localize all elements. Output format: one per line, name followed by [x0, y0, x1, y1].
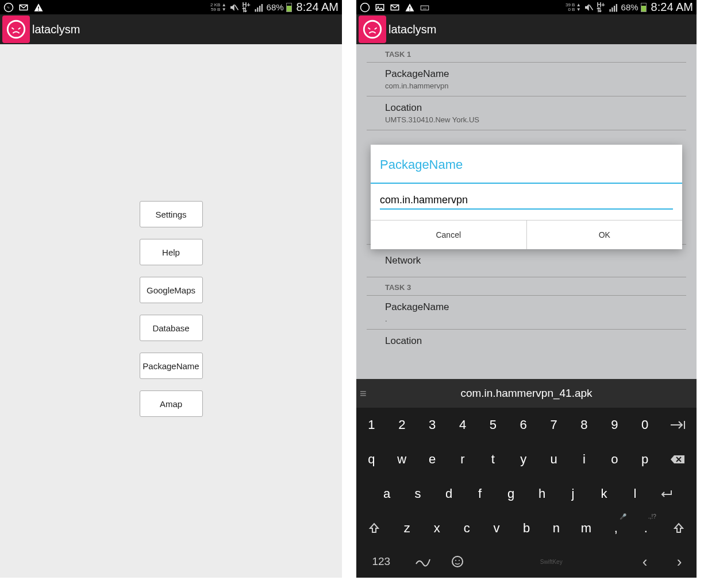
key-w[interactable]: w — [387, 442, 417, 477]
mail-icon — [18, 2, 29, 13]
key-t[interactable]: t — [478, 442, 508, 477]
key-p[interactable]: p — [630, 442, 660, 477]
key-space[interactable]: SwiftKey — [475, 546, 628, 578]
key-i[interactable]: i — [569, 442, 599, 477]
hamburger-icon[interactable]: ≡ — [360, 387, 367, 400]
key-shift-right[interactable] — [661, 511, 697, 546]
key-o[interactable]: o — [599, 442, 630, 477]
list-item[interactable]: Location UMTS.310410.New York.US — [367, 96, 686, 130]
key-swiftkey-flow[interactable] — [406, 546, 440, 578]
svg-rect-17 — [421, 6, 429, 10]
key-3[interactable]: 3 — [417, 408, 448, 442]
key-9[interactable]: 9 — [599, 408, 630, 442]
cancel-button[interactable]: Cancel — [371, 220, 526, 249]
key-n[interactable]: n — [541, 511, 571, 546]
mute-icon — [583, 2, 594, 13]
clock: 8:24 AM — [297, 1, 338, 14]
key-q[interactable]: q — [356, 442, 387, 477]
key-c[interactable]: c — [452, 511, 482, 546]
key-x[interactable]: x — [422, 511, 452, 546]
list-item[interactable]: PackageName . — [367, 296, 686, 330]
key-v[interactable]: v — [482, 511, 511, 546]
svg-point-31 — [455, 560, 456, 561]
list-item[interactable]: Location — [367, 330, 686, 353]
ok-button[interactable]: OK — [526, 220, 683, 249]
key-j[interactable]: j — [557, 477, 588, 511]
key-h[interactable]: h — [526, 477, 557, 511]
key-m[interactable]: m — [571, 511, 601, 546]
key-f[interactable]: f — [464, 477, 495, 511]
key-backspace[interactable] — [660, 442, 697, 477]
key-b[interactable]: b — [511, 511, 541, 546]
key-arrow-left[interactable]: ‹ — [628, 546, 662, 578]
app-bar: lataclysm — [356, 14, 697, 44]
data-stats: 2 KB ▲59 B ▼ — [210, 3, 226, 12]
key-u[interactable]: u — [538, 442, 569, 477]
key-123[interactable]: 123 — [356, 546, 406, 578]
list-item[interactable]: PackageName com.in.hammervpn — [367, 63, 686, 96]
key-8[interactable]: 8 — [569, 408, 599, 442]
signal-icon — [609, 2, 619, 13]
key-k[interactable]: k — [588, 477, 620, 511]
svg-point-32 — [459, 560, 460, 561]
key-0[interactable]: 0 — [630, 408, 660, 442]
packagename-input[interactable] — [380, 192, 673, 210]
list-item[interactable]: Network — [367, 245, 686, 277]
status-bar: 2 KB ▲59 B ▼ H+⇅ 68% 8:24 AM — [0, 0, 342, 14]
help-button[interactable]: Help — [140, 239, 203, 265]
dialog-title: PackageName — [371, 145, 682, 184]
packagename-button[interactable]: PackageName — [140, 353, 203, 379]
key-period[interactable]: ..,!? — [631, 511, 661, 546]
key-emoji[interactable] — [440, 546, 475, 578]
svg-rect-15 — [409, 6, 410, 9]
svg-rect-16 — [409, 9, 410, 10]
amap-button[interactable]: Amap — [140, 390, 203, 417]
svg-rect-2 — [38, 6, 39, 9]
svg-rect-3 — [38, 9, 39, 10]
key-6[interactable]: 6 — [508, 408, 538, 442]
key-tab[interactable] — [660, 408, 697, 442]
key-g[interactable]: g — [495, 477, 526, 511]
key-2[interactable]: 2 — [387, 408, 417, 442]
googlemaps-button[interactable]: GoogleMaps — [140, 277, 203, 303]
key-comma[interactable]: ,🎤 — [601, 511, 631, 546]
suggestion-text[interactable]: com.in.hammervpn_41.apk — [460, 387, 592, 400]
key-1[interactable]: 1 — [356, 408, 387, 442]
svg-line-23 — [589, 5, 593, 10]
item-subtitle: com.in.hammervpn — [385, 82, 668, 90]
key-e[interactable]: e — [417, 442, 448, 477]
key-s[interactable]: s — [402, 477, 433, 511]
key-l[interactable]: l — [620, 477, 651, 511]
key-7[interactable]: 7 — [538, 408, 569, 442]
network-hplus-icon: H+⇅ — [596, 2, 606, 13]
key-z[interactable]: z — [392, 511, 422, 546]
battery-percent: 68% — [267, 2, 284, 12]
svg-point-30 — [452, 556, 463, 567]
battery-percent: 68% — [621, 2, 638, 12]
key-r[interactable]: r — [448, 442, 478, 477]
whatsapp-icon — [360, 2, 370, 13]
key-y[interactable]: y — [508, 442, 538, 477]
battery-icon — [641, 3, 647, 12]
item-title: Location — [385, 102, 668, 114]
data-stats: 39 B ▲0 B ▼ — [565, 3, 581, 12]
phone-left: 2 KB ▲59 B ▼ H+⇅ 68% 8:24 AM lataclysm S… — [0, 0, 342, 578]
settings-button[interactable]: Settings — [140, 201, 203, 227]
svg-line-4 — [234, 5, 238, 10]
suggestion-bar[interactable]: ≡ com.in.hammervpn_41.apk — [356, 379, 697, 408]
item-subtitle: . — [385, 315, 668, 323]
key-4[interactable]: 4 — [448, 408, 478, 442]
svg-rect-5 — [255, 9, 256, 12]
item-title: Network — [385, 255, 668, 266]
key-shift-left[interactable] — [356, 511, 392, 546]
mute-icon — [229, 2, 239, 13]
key-enter[interactable] — [651, 477, 682, 511]
database-button[interactable]: Database — [140, 315, 203, 341]
svg-point-29 — [365, 22, 380, 37]
item-title: PackageName — [385, 301, 668, 313]
key-a[interactable]: a — [371, 477, 402, 511]
app-icon — [359, 16, 386, 43]
key-d[interactable]: d — [433, 477, 464, 511]
key-arrow-right[interactable]: › — [662, 546, 697, 578]
key-5[interactable]: 5 — [478, 408, 508, 442]
